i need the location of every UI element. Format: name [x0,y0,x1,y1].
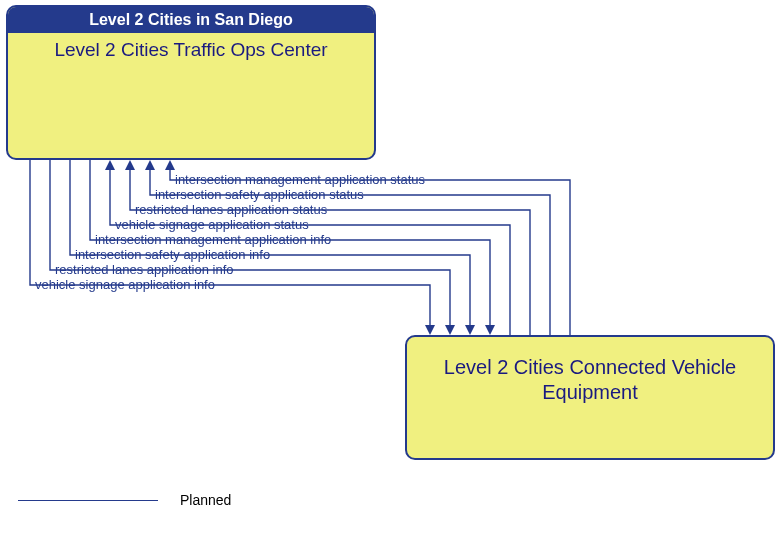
flow-label: restricted lanes application info [55,262,234,277]
svg-marker-2 [465,325,475,335]
legend-line-icon [18,500,158,501]
flow-label: intersection management application stat… [175,172,425,187]
flow-label: vehicle signage application status [115,217,309,232]
svg-marker-4 [105,160,115,170]
flow-label: intersection safety application status [155,187,364,202]
svg-marker-1 [445,325,455,335]
svg-marker-6 [145,160,155,170]
node-title: Level 2 Cities Traffic Ops Center [8,33,374,67]
node-connected-vehicle-equipment[interactable]: Level 2 Cities Connected Vehicle Equipme… [405,335,775,460]
svg-marker-3 [485,325,495,335]
legend-label: Planned [180,492,231,508]
flow-label: vehicle signage application info [35,277,215,292]
svg-marker-0 [425,325,435,335]
flow-label: intersection safety application info [75,247,270,262]
node-traffic-ops-center[interactable]: Level 2 Cities in San Diego Level 2 Citi… [6,5,376,160]
flow-label: intersection management application info [95,232,331,247]
flow-label: restricted lanes application status [135,202,327,217]
svg-marker-5 [125,160,135,170]
svg-marker-7 [165,160,175,170]
node-title: Level 2 Cities Connected Vehicle Equipme… [407,337,773,411]
node-header: Level 2 Cities in San Diego [8,7,374,33]
